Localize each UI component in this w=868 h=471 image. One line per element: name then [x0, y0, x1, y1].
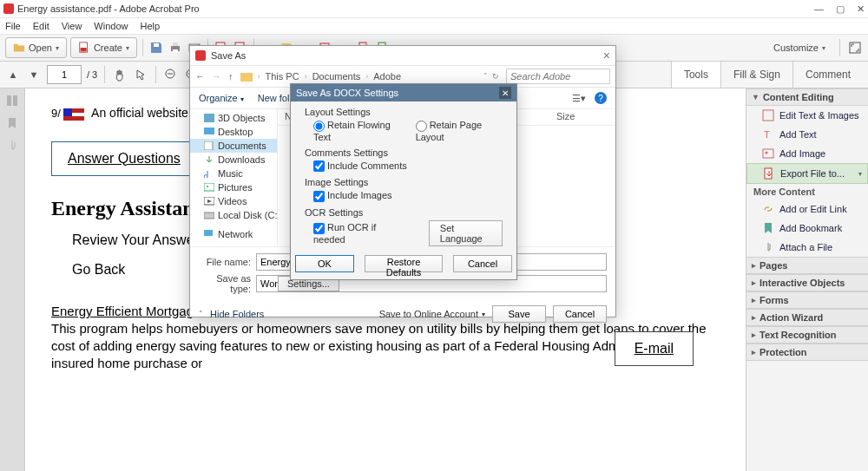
svg-rect-1 [81, 48, 87, 51]
close-button[interactable]: ✕ [857, 3, 865, 15]
section-content-editing[interactable]: ▼Content Editing [746, 88, 868, 106]
comments-heading: Comments Settings [305, 147, 503, 158]
save-as-close-icon[interactable]: × [603, 49, 610, 62]
hide-folders-link[interactable]: Hide Folders [210, 309, 264, 319]
hand-tool-icon[interactable] [112, 67, 128, 82]
customize-button[interactable]: Customize ▾ [766, 38, 832, 57]
organize-button[interactable]: Organize ▾ [199, 93, 244, 103]
menu-edit[interactable]: Edit [33, 21, 49, 31]
answer-questions-button[interactable]: Answer Questions [51, 141, 197, 176]
zoom-out-icon[interactable] [163, 67, 179, 82]
save-online-dropdown[interactable]: Save to Online Account ▾ [379, 309, 485, 319]
select-tool-icon[interactable] [133, 67, 148, 82]
nav-up-icon[interactable]: ↑ [228, 71, 233, 82]
view-options-icon[interactable]: ☰▾ [572, 93, 586, 104]
fullscreen-icon[interactable] [847, 40, 863, 56]
group-ocr: OCR Settings Run OCR if needed Set Langu… [305, 207, 503, 246]
tree-desktop[interactable]: Desktop [190, 125, 277, 139]
attachments-icon[interactable] [5, 139, 19, 153]
tree-3d-objects[interactable]: 3D Objects [190, 111, 277, 125]
tool-export-file[interactable]: Export File to...▾ [746, 163, 868, 184]
docx-titlebar: Save As DOCX Settings ✕ [291, 84, 516, 101]
tree-videos[interactable]: Videos [190, 194, 277, 208]
page-down-icon[interactable]: ▼ [26, 67, 42, 82]
tool-add-text[interactable]: TAdd Text [746, 125, 868, 144]
svg-rect-25 [763, 149, 773, 158]
filename-label: File name: [199, 257, 251, 267]
check-include-comments[interactable]: Include Comments [313, 160, 407, 173]
nav-fwd-icon[interactable]: → [212, 71, 221, 82]
tool-add-image[interactable]: Add Image [746, 144, 868, 163]
col-size[interactable]: Size [549, 109, 615, 125]
svg-point-26 [766, 152, 768, 154]
tree-pictures[interactable]: Pictures [190, 180, 277, 194]
menu-window[interactable]: Window [94, 21, 128, 31]
docx-cancel-button[interactable]: Cancel [453, 255, 512, 272]
ok-button[interactable]: OK [295, 255, 354, 272]
tool-add-bookmark[interactable]: Add Bookmark [746, 219, 868, 238]
check-run-ocr[interactable]: Run OCR if needed [313, 222, 398, 245]
tab-fill-sign[interactable]: Fill & Sign [720, 62, 792, 88]
tree-local-disk[interactable]: Local Disk (C:) [190, 208, 277, 222]
tab-tools[interactable]: Tools [671, 62, 720, 88]
print-icon[interactable] [168, 40, 183, 56]
save-button[interactable]: Save [492, 305, 546, 323]
set-language-button[interactable]: Set Language [429, 220, 503, 246]
subsection-more-content: More Content [746, 184, 868, 200]
tree-network[interactable]: Network [190, 227, 277, 241]
group-layout: Layout Settings Retain Flowing Text Reta… [305, 107, 503, 142]
menu-file[interactable]: File [5, 21, 21, 31]
section-protection[interactable]: ▸Protection [746, 343, 868, 361]
check-include-images[interactable]: Include Images [313, 190, 392, 202]
page-total: / 3 [87, 69, 97, 80]
tree-documents[interactable]: Documents [190, 139, 277, 153]
page-up-icon[interactable]: ▲ [5, 67, 21, 82]
tab-comment[interactable]: Comment [792, 62, 863, 88]
menu-help[interactable]: Help [140, 21, 160, 31]
nav-back-icon[interactable]: ← [195, 71, 205, 82]
tool-add-link[interactable]: Add or Edit Link [746, 200, 868, 219]
folder-tree: 3D Objects Desktop Documents Downloads M… [190, 109, 278, 246]
create-label: Create [94, 43, 122, 53]
section-action-wizard[interactable]: ▸Action Wizard [746, 309, 868, 326]
cancel-button[interactable]: Cancel [553, 305, 607, 323]
customize-label: Customize [773, 43, 819, 53]
pdf-icon [195, 50, 206, 61]
svg-rect-32 [204, 183, 214, 191]
tool-edit-text-images[interactable]: Edit Text & Images [746, 106, 868, 125]
docx-settings-dialog: Save As DOCX Settings ✕ Layout Settings … [290, 83, 517, 280]
group-comments: Comments Settings Include Comments [305, 147, 503, 173]
help-icon[interactable]: ? [595, 92, 607, 104]
section-interactive[interactable]: ▸Interactive Objects [746, 274, 868, 291]
thumbnails-icon[interactable] [5, 94, 19, 108]
restore-defaults-button[interactable]: Restore Defaults [365, 255, 443, 272]
group-images: Image Settings Include Images [305, 177, 503, 202]
create-button[interactable]: Create ▾ [70, 37, 137, 58]
open-button[interactable]: Open ▾ [5, 37, 67, 58]
menu-view[interactable]: View [62, 21, 82, 31]
page-number-input[interactable] [47, 65, 82, 84]
maximize-button[interactable]: ▢ [836, 3, 845, 15]
section-pages[interactable]: ▸Pages [746, 257, 868, 274]
folder-open-icon [13, 42, 25, 54]
tree-music[interactable]: Music [190, 167, 277, 180]
breadcrumb[interactable]: › This PC› Documents› Adobe ˅ ↻ [240, 71, 500, 82]
bookmarks-icon[interactable] [5, 116, 19, 130]
section-forms[interactable]: ▸Forms [746, 291, 868, 309]
tool-attach-file[interactable]: Attach a File [746, 238, 868, 257]
svg-rect-4 [173, 43, 178, 46]
tree-downloads[interactable]: Downloads [190, 153, 277, 167]
chevron-up-icon[interactable]: ˄ [199, 310, 203, 318]
save-as-title: Save As [211, 50, 246, 61]
search-input[interactable] [506, 69, 610, 84]
svg-text:T: T [764, 129, 770, 140]
radio-retain-flowing[interactable]: Retain Flowing Text [313, 120, 400, 142]
docx-close-icon[interactable]: ✕ [499, 87, 511, 99]
minimize-button[interactable]: — [814, 3, 824, 15]
svg-rect-36 [204, 230, 213, 236]
save-icon[interactable] [148, 40, 164, 56]
radio-retain-page[interactable]: Retain Page Layout [416, 120, 503, 142]
svg-rect-15 [850, 43, 860, 53]
section-text-recognition[interactable]: ▸Text Recognition [746, 326, 868, 343]
email-button[interactable]: E-mail [615, 331, 694, 366]
